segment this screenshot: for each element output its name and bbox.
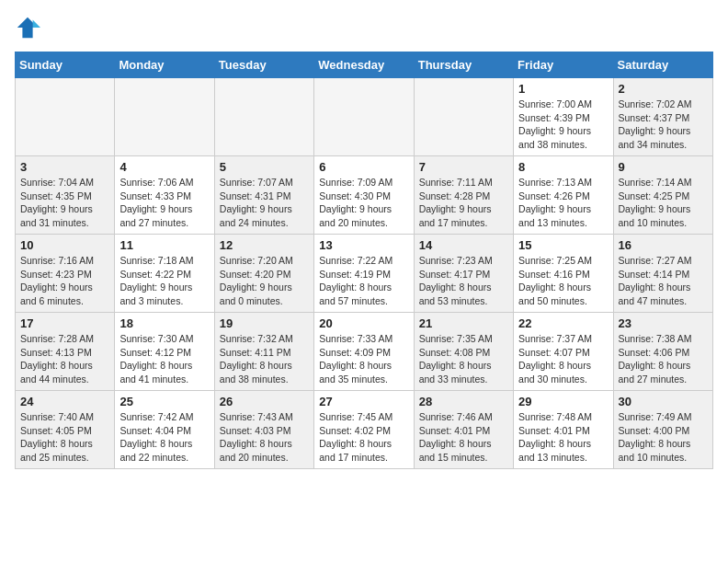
calendar-cell: 2Sunrise: 7:02 AM Sunset: 4:37 PM Daylig… <box>613 78 712 156</box>
day-number: 5 <box>220 160 309 174</box>
day-info: Sunrise: 7:11 AM Sunset: 4:28 PM Dayligh… <box>419 176 508 230</box>
day-number: 27 <box>319 395 408 408</box>
day-info: Sunrise: 7:48 AM Sunset: 4:01 PM Dayligh… <box>518 410 608 465</box>
calendar-cell: 29Sunrise: 7:48 AM Sunset: 4:01 PM Dayli… <box>514 391 613 469</box>
calendar-cell: 11Sunrise: 7:18 AM Sunset: 4:22 PM Dayli… <box>115 235 214 313</box>
day-number: 2 <box>619 82 708 96</box>
calendar-cell: 17Sunrise: 7:28 AM Sunset: 4:13 PM Dayli… <box>16 313 115 391</box>
header-thursday: Thursday <box>414 52 513 78</box>
day-number: 18 <box>119 316 209 330</box>
calendar-header-row: SundayMondayTuesdayWednesdayThursdayFrid… <box>16 52 713 78</box>
day-info: Sunrise: 7:20 AM Sunset: 4:20 PM Dayligh… <box>220 254 309 308</box>
day-info: Sunrise: 7:23 AM Sunset: 4:17 PM Dayligh… <box>419 254 508 308</box>
day-info: Sunrise: 7:13 AM Sunset: 4:26 PM Dayligh… <box>518 176 608 230</box>
calendar-cell: 5Sunrise: 7:07 AM Sunset: 4:31 PM Daylig… <box>214 156 313 235</box>
day-number: 16 <box>619 238 708 252</box>
day-info: Sunrise: 7:40 AM Sunset: 4:05 PM Dayligh… <box>20 410 109 465</box>
day-number: 8 <box>518 160 608 174</box>
day-number: 9 <box>619 160 708 174</box>
header-friday: Friday <box>514 52 613 78</box>
header <box>15 15 713 40</box>
calendar-cell: 7Sunrise: 7:11 AM Sunset: 4:28 PM Daylig… <box>414 156 513 235</box>
week-row-5: 24Sunrise: 7:40 AM Sunset: 4:05 PM Dayli… <box>16 391 713 469</box>
day-number: 30 <box>619 395 708 408</box>
week-row-1: 1Sunrise: 7:00 AM Sunset: 4:39 PM Daylig… <box>16 78 713 156</box>
calendar-cell: 13Sunrise: 7:22 AM Sunset: 4:19 PM Dayli… <box>314 235 414 313</box>
day-number: 23 <box>619 316 708 330</box>
day-number: 29 <box>518 395 608 408</box>
day-info: Sunrise: 7:00 AM Sunset: 4:39 PM Dayligh… <box>518 98 608 152</box>
calendar-cell: 3Sunrise: 7:04 AM Sunset: 4:35 PM Daylig… <box>16 156 115 235</box>
calendar-cell: 22Sunrise: 7:37 AM Sunset: 4:07 PM Dayli… <box>514 313 613 391</box>
calendar-cell: 20Sunrise: 7:33 AM Sunset: 4:09 PM Dayli… <box>314 313 414 391</box>
calendar-cell: 30Sunrise: 7:49 AM Sunset: 4:00 PM Dayli… <box>613 391 712 469</box>
day-info: Sunrise: 7:38 AM Sunset: 4:06 PM Dayligh… <box>619 332 708 386</box>
day-info: Sunrise: 7:06 AM Sunset: 4:33 PM Dayligh… <box>119 176 209 230</box>
day-info: Sunrise: 7:02 AM Sunset: 4:37 PM Dayligh… <box>619 98 708 152</box>
calendar-cell: 4Sunrise: 7:06 AM Sunset: 4:33 PM Daylig… <box>115 156 214 235</box>
day-number: 6 <box>319 160 408 174</box>
calendar-table: SundayMondayTuesdayWednesdayThursdayFrid… <box>15 52 713 469</box>
svg-marker-1 <box>33 20 40 28</box>
calendar-cell: 26Sunrise: 7:43 AM Sunset: 4:03 PM Dayli… <box>214 391 313 469</box>
day-info: Sunrise: 7:25 AM Sunset: 4:16 PM Dayligh… <box>518 254 608 308</box>
day-number: 19 <box>220 316 309 330</box>
calendar-cell: 25Sunrise: 7:42 AM Sunset: 4:04 PM Dayli… <box>115 391 214 469</box>
calendar-cell: 19Sunrise: 7:32 AM Sunset: 4:11 PM Dayli… <box>214 313 313 391</box>
calendar-cell: 16Sunrise: 7:27 AM Sunset: 4:14 PM Dayli… <box>613 235 712 313</box>
day-number: 14 <box>419 238 508 252</box>
day-number: 1 <box>518 82 608 96</box>
day-info: Sunrise: 7:32 AM Sunset: 4:11 PM Dayligh… <box>220 332 309 386</box>
calendar-cell: 12Sunrise: 7:20 AM Sunset: 4:20 PM Dayli… <box>214 235 313 313</box>
week-row-3: 10Sunrise: 7:16 AM Sunset: 4:23 PM Dayli… <box>16 235 713 313</box>
calendar-cell: 28Sunrise: 7:46 AM Sunset: 4:01 PM Dayli… <box>414 391 513 469</box>
day-info: Sunrise: 7:33 AM Sunset: 4:09 PM Dayligh… <box>319 332 408 386</box>
day-number: 24 <box>20 395 109 408</box>
day-info: Sunrise: 7:45 AM Sunset: 4:02 PM Dayligh… <box>319 410 408 465</box>
header-wednesday: Wednesday <box>314 52 414 78</box>
header-saturday: Saturday <box>613 52 712 78</box>
calendar-cell: 6Sunrise: 7:09 AM Sunset: 4:30 PM Daylig… <box>314 156 414 235</box>
day-info: Sunrise: 7:30 AM Sunset: 4:12 PM Dayligh… <box>119 332 209 386</box>
calendar-cell: 10Sunrise: 7:16 AM Sunset: 4:23 PM Dayli… <box>16 235 115 313</box>
week-row-4: 17Sunrise: 7:28 AM Sunset: 4:13 PM Dayli… <box>16 313 713 391</box>
day-info: Sunrise: 7:46 AM Sunset: 4:01 PM Dayligh… <box>419 410 508 465</box>
day-info: Sunrise: 7:37 AM Sunset: 4:07 PM Dayligh… <box>518 332 608 386</box>
header-sunday: Sunday <box>16 52 115 78</box>
calendar-cell: 14Sunrise: 7:23 AM Sunset: 4:17 PM Dayli… <box>414 235 513 313</box>
day-number: 25 <box>119 395 209 408</box>
day-number: 15 <box>518 238 608 252</box>
calendar-cell: 27Sunrise: 7:45 AM Sunset: 4:02 PM Dayli… <box>314 391 414 469</box>
calendar-cell: 9Sunrise: 7:14 AM Sunset: 4:25 PM Daylig… <box>613 156 712 235</box>
calendar-cell <box>314 78 414 156</box>
day-number: 28 <box>419 395 508 408</box>
day-info: Sunrise: 7:43 AM Sunset: 4:03 PM Dayligh… <box>220 410 309 465</box>
week-row-2: 3Sunrise: 7:04 AM Sunset: 4:35 PM Daylig… <box>16 156 713 235</box>
calendar-cell <box>214 78 313 156</box>
day-info: Sunrise: 7:35 AM Sunset: 4:08 PM Dayligh… <box>419 332 508 386</box>
day-number: 13 <box>319 238 408 252</box>
day-number: 20 <box>319 316 408 330</box>
calendar-cell <box>414 78 513 156</box>
day-info: Sunrise: 7:42 AM Sunset: 4:04 PM Dayligh… <box>119 410 209 465</box>
header-monday: Monday <box>115 52 214 78</box>
day-number: 17 <box>20 316 109 330</box>
day-number: 10 <box>20 238 109 252</box>
calendar-cell: 18Sunrise: 7:30 AM Sunset: 4:12 PM Dayli… <box>115 313 214 391</box>
day-info: Sunrise: 7:49 AM Sunset: 4:00 PM Dayligh… <box>619 410 708 465</box>
day-info: Sunrise: 7:27 AM Sunset: 4:14 PM Dayligh… <box>619 254 708 308</box>
day-number: 7 <box>419 160 508 174</box>
day-info: Sunrise: 7:18 AM Sunset: 4:22 PM Dayligh… <box>119 254 209 308</box>
logo <box>15 15 44 40</box>
calendar-cell: 15Sunrise: 7:25 AM Sunset: 4:16 PM Dayli… <box>514 235 613 313</box>
day-number: 21 <box>419 316 508 330</box>
header-tuesday: Tuesday <box>214 52 313 78</box>
calendar-cell <box>16 78 115 156</box>
day-info: Sunrise: 7:16 AM Sunset: 4:23 PM Dayligh… <box>20 254 109 308</box>
day-number: 4 <box>119 160 209 174</box>
day-info: Sunrise: 7:09 AM Sunset: 4:30 PM Dayligh… <box>319 176 408 230</box>
calendar-cell: 23Sunrise: 7:38 AM Sunset: 4:06 PM Dayli… <box>613 313 712 391</box>
day-info: Sunrise: 7:28 AM Sunset: 4:13 PM Dayligh… <box>20 332 109 386</box>
calendar-cell: 24Sunrise: 7:40 AM Sunset: 4:05 PM Dayli… <box>16 391 115 469</box>
day-info: Sunrise: 7:14 AM Sunset: 4:25 PM Dayligh… <box>619 176 708 230</box>
